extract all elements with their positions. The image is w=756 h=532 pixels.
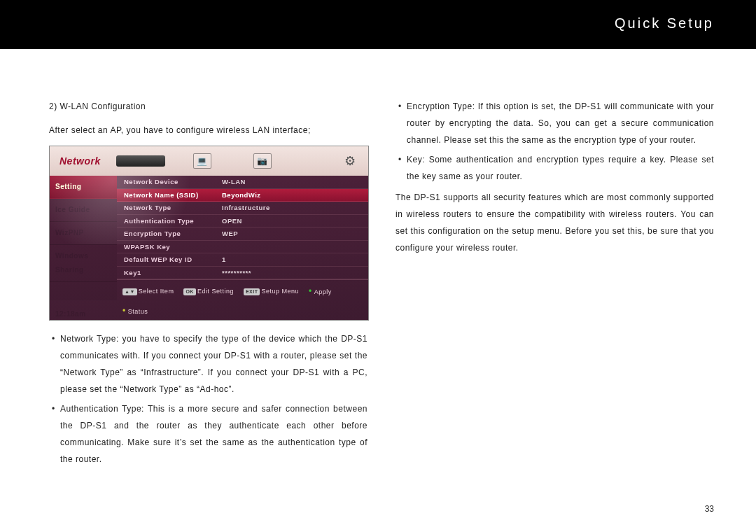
ss-row[interactable]: Network TypeInfrastructure bbox=[117, 202, 368, 215]
bullet-item: Network Type: you have to specify the ty… bbox=[49, 330, 368, 398]
bullet-item: Authentication Type: This is a more secu… bbox=[49, 400, 368, 468]
gear-icon: ⚙ bbox=[342, 154, 358, 168]
page-number: 33 bbox=[705, 504, 714, 514]
intro-text: After select an AP, you have to configur… bbox=[49, 122, 368, 139]
section-heading: 2) W-LAN Configuration bbox=[49, 98, 368, 115]
right-column: Encryption Type: If this option is set, … bbox=[396, 98, 714, 470]
ss-row[interactable]: WPAPSK Key bbox=[117, 241, 368, 254]
sidebar-item-setting[interactable]: Setting bbox=[50, 176, 117, 199]
sidebar-item-iceguide[interactable]: Ice Guide bbox=[50, 199, 117, 222]
left-column: 2) W-LAN Configuration After select an A… bbox=[49, 98, 368, 470]
ss-row-selected[interactable]: Network Name (SSID)BeyondWiz bbox=[117, 189, 368, 202]
right-bullets: Encryption Type: If this option is set, … bbox=[396, 98, 714, 185]
sidebar-item-wizpnp[interactable]: WizPNP bbox=[50, 222, 117, 245]
ss-row[interactable]: Key1********** bbox=[117, 267, 368, 280]
ss-row[interactable]: Encryption TypeWEP bbox=[117, 227, 368, 241]
bullet-item: Key: Some authentication and encryption … bbox=[396, 151, 714, 185]
ss-row[interactable]: Default WEP Key ID1 bbox=[117, 253, 368, 267]
sidebar-item-winshare[interactable]: Windows Sharing bbox=[50, 245, 117, 282]
camera-icon: 📷 bbox=[253, 153, 272, 169]
left-bullets: Network Type: you have to specify the ty… bbox=[49, 330, 368, 468]
ss-footer: ▲▼Select Item OKEdit Setting EXITSetup M… bbox=[117, 279, 368, 321]
ss-row[interactable]: Network DeviceW-LAN bbox=[117, 176, 368, 189]
ss-clock: 12:18am bbox=[50, 302, 117, 321]
header-bar: Quick Setup bbox=[0, 0, 756, 49]
ss-header: Network 💻 📷 ⚙ bbox=[50, 146, 368, 176]
ss-device-image bbox=[116, 155, 165, 167]
page-title: Quick Setup bbox=[615, 15, 714, 31]
ss-main: Network DeviceW-LAN Network Name (SSID)B… bbox=[117, 176, 368, 300]
monitor-icon: 💻 bbox=[193, 153, 211, 169]
device-screenshot: Network 💻 📷 ⚙ Setting Ice Guide WizPNP W… bbox=[49, 146, 369, 321]
ss-brand: Network bbox=[59, 151, 101, 171]
right-paragraph: The DP-S1 supports all security features… bbox=[396, 189, 714, 256]
bullet-item: Encryption Type: If this option is set, … bbox=[396, 98, 714, 148]
ss-sidebar: Setting Ice Guide WizPNP Windows Sharing… bbox=[50, 176, 117, 300]
ss-row[interactable]: Authentication TypeOPEN bbox=[117, 215, 368, 228]
